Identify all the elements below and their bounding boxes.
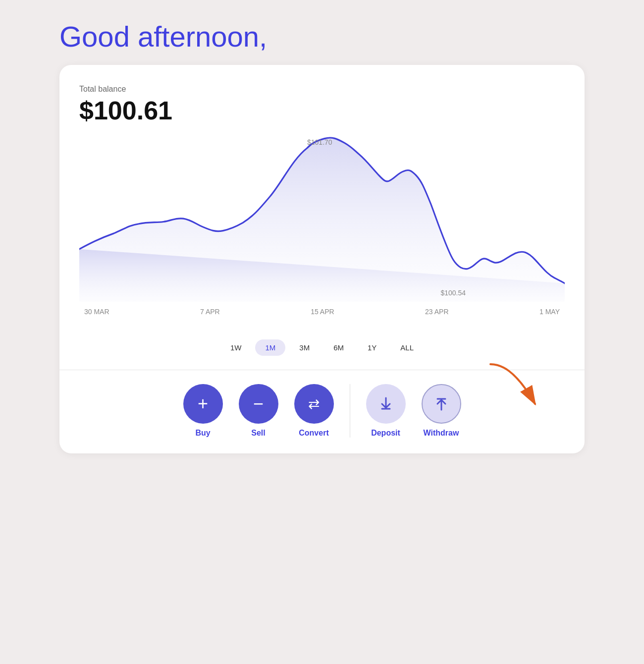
deposit-icon bbox=[366, 384, 406, 424]
date-label-4: 23 APR bbox=[425, 308, 448, 316]
action-bar: + Buy − Sell ⇄ Convert bbox=[79, 370, 565, 453]
chart-svg bbox=[79, 133, 565, 302]
chart-label-top: $101.70 bbox=[307, 138, 332, 146]
balance-amount: $100.61 bbox=[79, 96, 565, 125]
convert-action[interactable]: ⇄ Convert bbox=[294, 384, 334, 438]
balance-label: Total balance bbox=[79, 85, 565, 94]
period-1m[interactable]: 1M bbox=[255, 339, 285, 356]
main-card: Total balance $100.61 $101.70 $100.54 30… bbox=[59, 65, 585, 453]
date-label-2: 7 APR bbox=[200, 308, 220, 316]
date-label-1: 30 MAR bbox=[84, 308, 109, 316]
chart-label-bottom: $100.54 bbox=[440, 289, 466, 297]
primary-actions: + Buy − Sell ⇄ Convert bbox=[183, 384, 350, 438]
secondary-actions: Deposit Withdraw bbox=[366, 384, 461, 438]
convert-icon: ⇄ bbox=[294, 384, 334, 424]
withdraw-icon bbox=[422, 384, 461, 424]
action-bar-wrapper: + Buy − Sell ⇄ Convert bbox=[79, 370, 565, 453]
time-axis: 30 MAR 7 APR 15 APR 23 APR 1 MAY bbox=[79, 308, 565, 316]
date-label-5: 1 MAY bbox=[539, 308, 560, 316]
period-selector: 1W 1M 3M 6M 1Y ALL bbox=[79, 339, 565, 356]
chart-container: $101.70 $100.54 30 MAR 7 APR 15 APR 23 A… bbox=[79, 133, 565, 332]
sell-action[interactable]: − Sell bbox=[239, 384, 278, 438]
convert-label: Convert bbox=[299, 429, 328, 438]
period-6m[interactable]: 6M bbox=[323, 339, 354, 356]
buy-label: Buy bbox=[195, 429, 210, 438]
period-all[interactable]: ALL bbox=[390, 339, 424, 356]
greeting-text: Good afternoon, bbox=[59, 20, 585, 53]
deposit-action[interactable]: Deposit bbox=[366, 384, 406, 438]
date-label-3: 15 APR bbox=[311, 308, 334, 316]
buy-action[interactable]: + Buy bbox=[183, 384, 223, 438]
buy-icon: + bbox=[183, 384, 223, 424]
sell-icon: − bbox=[239, 384, 278, 424]
period-1y[interactable]: 1Y bbox=[358, 339, 386, 356]
balance-section: Total balance $100.61 bbox=[79, 85, 565, 125]
period-1w[interactable]: 1W bbox=[220, 339, 252, 356]
withdraw-label: Withdraw bbox=[424, 429, 459, 438]
deposit-label: Deposit bbox=[371, 429, 400, 438]
period-3m[interactable]: 3M bbox=[289, 339, 320, 356]
sell-label: Sell bbox=[251, 429, 265, 438]
withdraw-action[interactable]: Withdraw bbox=[422, 384, 461, 438]
